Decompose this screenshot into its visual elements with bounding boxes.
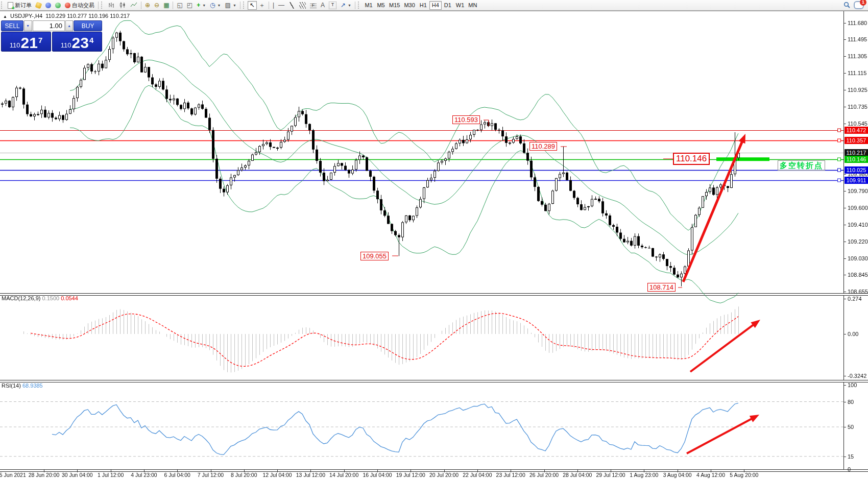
new-order-button[interactable]: 新订单 bbox=[6, 1, 34, 10]
price-callout-108.714[interactable]: 108.714 bbox=[647, 283, 676, 292]
bar-chart-mode-button[interactable] bbox=[106, 1, 117, 10]
timeframe-button-m15[interactable]: M15 bbox=[387, 1, 402, 10]
price-tag-109.911: 109.911 bbox=[845, 177, 868, 184]
lot-size-input[interactable]: 1.00 bbox=[33, 20, 65, 31]
periods-button[interactable]: ◷▼ bbox=[208, 1, 223, 10]
time-axis-label: 23 Jul 12:00 bbox=[496, 472, 525, 478]
autotrading-label: 自动交易 bbox=[72, 2, 94, 9]
price-callout-109.055[interactable]: 109.055 bbox=[360, 252, 389, 260]
add-indicator-button[interactable]: +▼ bbox=[195, 1, 208, 10]
line-chart-mode-button[interactable] bbox=[128, 1, 139, 10]
zoom-in-button[interactable]: ⊕ bbox=[143, 1, 152, 10]
text-label-tool-button[interactable]: T bbox=[327, 1, 339, 10]
time-axis-label: 12 Jul 04:00 bbox=[262, 472, 292, 478]
macd-scale-label: 0.00 bbox=[848, 331, 868, 337]
buy-button[interactable]: BUY bbox=[74, 20, 102, 31]
price-tick-label: 109.790 bbox=[848, 188, 868, 194]
candlestick-mode-button[interactable] bbox=[117, 1, 128, 10]
zoom-in-icon: ⊕ bbox=[145, 2, 150, 9]
notifications-icon[interactable]: 1 bbox=[854, 1, 864, 9]
autotrading-icon bbox=[65, 3, 70, 8]
macd-scale-label: -0.3242 bbox=[848, 373, 868, 379]
cursor-tool-button[interactable]: ↖ bbox=[248, 1, 257, 10]
time-axis-label: 28 Jun 20:00 bbox=[29, 472, 60, 478]
tile-windows-button[interactable]: ▦ bbox=[161, 1, 171, 10]
channel-tool-button[interactable] bbox=[297, 1, 308, 10]
market-watch-button[interactable] bbox=[34, 1, 43, 10]
vertical-line-icon: | bbox=[273, 2, 274, 9]
timeframe-button-d1[interactable]: D1 bbox=[442, 1, 454, 10]
chart-canvas[interactable] bbox=[0, 0, 868, 479]
search-icon[interactable] bbox=[843, 2, 851, 9]
price-tick-label: 110.925 bbox=[848, 87, 868, 93]
notification-badge: 1 bbox=[860, 0, 866, 6]
timeframe-button-h4[interactable]: H4 bbox=[429, 1, 442, 10]
accounts-button[interactable] bbox=[43, 1, 53, 10]
time-axis-label: 19 Jul 12:00 bbox=[396, 472, 425, 478]
crosshair-tool-button[interactable]: ＋ bbox=[257, 1, 267, 10]
new-order-icon bbox=[8, 2, 13, 9]
fibonacci-icon: F bbox=[310, 2, 317, 9]
sell-quote-button[interactable]: 110 21 7 bbox=[1, 32, 51, 52]
clock-icon: ◷ bbox=[210, 2, 215, 9]
bar-chart-icon bbox=[108, 2, 115, 9]
timeframe-button-w1[interactable]: W1 bbox=[454, 1, 467, 10]
trendline-tool-button[interactable] bbox=[286, 1, 297, 10]
time-axis-label: 6 Jul 04:00 bbox=[164, 472, 190, 478]
price-callout-110.593[interactable]: 110.593 bbox=[452, 115, 480, 124]
arrange-windows-button[interactable]: ◰ bbox=[185, 1, 195, 10]
autotrading-button[interactable]: 自动交易 bbox=[63, 1, 97, 10]
ask-pip: 4 bbox=[89, 36, 93, 44]
price-tick-label: 110.735 bbox=[848, 104, 868, 110]
cascade-windows-button[interactable]: ◱ bbox=[175, 1, 184, 10]
price-tick-label: 109.410 bbox=[848, 222, 868, 228]
price-tick-label: 111.680 bbox=[848, 20, 868, 26]
time-axis-label: 22 Jul 04:00 bbox=[463, 472, 492, 478]
buy-quote-button[interactable]: 110 23 4 bbox=[52, 32, 102, 52]
rsi-scale-label: 80 bbox=[848, 399, 868, 405]
rsi-label: RSI(14) 68.9385 bbox=[2, 382, 43, 389]
rsi-scale-label: 0 bbox=[848, 466, 868, 472]
templates-button[interactable]: ▨▼ bbox=[223, 1, 238, 10]
vertical-line-tool-button[interactable]: | bbox=[271, 1, 276, 10]
time-axis-label: 4 Jul 23:00 bbox=[131, 472, 157, 478]
toolbar-separator bbox=[141, 2, 141, 9]
time-axis-label: 28 Jul 04:00 bbox=[563, 472, 592, 478]
bull-bear-turning-point-note[interactable]: 多空转折点 bbox=[778, 160, 825, 171]
signals-button[interactable] bbox=[53, 1, 63, 10]
toolbar-grip bbox=[101, 2, 105, 9]
macd-scale-label: 0.274 bbox=[848, 296, 868, 302]
price-tag-110.025: 110.025 bbox=[845, 166, 868, 174]
lot-decrease-button[interactable]: ▼ bbox=[24, 20, 32, 31]
price-callout-110.146[interactable]: 110.146 bbox=[673, 153, 710, 165]
time-axis-label: 25 Jun 2021 bbox=[0, 472, 26, 478]
toolbar-separator bbox=[355, 2, 355, 9]
fibonacci-tool-button[interactable]: F bbox=[308, 1, 319, 10]
tile-windows-icon: ▦ bbox=[163, 2, 169, 9]
timeframe-button-h1[interactable]: H1 bbox=[417, 1, 429, 10]
bid-prefix: 110 bbox=[10, 41, 20, 49]
time-axis-label: 1 Aug 23:00 bbox=[630, 472, 658, 478]
sell-button[interactable]: SELL bbox=[1, 20, 23, 31]
arrange-icon: ◰ bbox=[187, 2, 192, 9]
text-tool-button[interactable]: A bbox=[319, 1, 327, 10]
chevron-down-icon: ▼ bbox=[218, 4, 221, 7]
timeframe-button-m1[interactable]: M1 bbox=[363, 1, 375, 10]
price-tick-label: 111.495 bbox=[848, 36, 868, 42]
arrows-tool-button[interactable]: ↗▼ bbox=[339, 1, 353, 10]
horizontal-line-tool-button[interactable]: — bbox=[276, 1, 286, 10]
candlestick-icon bbox=[119, 2, 126, 9]
timeframe-button-mn[interactable]: MN bbox=[466, 1, 479, 10]
arrow-tool-icon: ↗ bbox=[341, 2, 346, 9]
price-callout-110.289[interactable]: 110.289 bbox=[529, 142, 557, 151]
timeframe-button-m30[interactable]: M30 bbox=[402, 1, 417, 10]
timeframe-button-m5[interactable]: M5 bbox=[375, 1, 387, 10]
zoom-out-button[interactable]: ⊖ bbox=[152, 1, 161, 10]
time-axis-label: 3 Aug 04:00 bbox=[663, 472, 692, 478]
price-tick-label: 108.845 bbox=[848, 272, 868, 278]
template-icon: ▨ bbox=[225, 2, 231, 9]
time-axis-label: 14 Jul 20:00 bbox=[329, 472, 358, 478]
time-axis-label: 29 Jul 12:00 bbox=[596, 472, 625, 478]
toolbar-separator bbox=[269, 2, 269, 9]
lot-increase-button[interactable]: ▲ bbox=[65, 20, 73, 31]
